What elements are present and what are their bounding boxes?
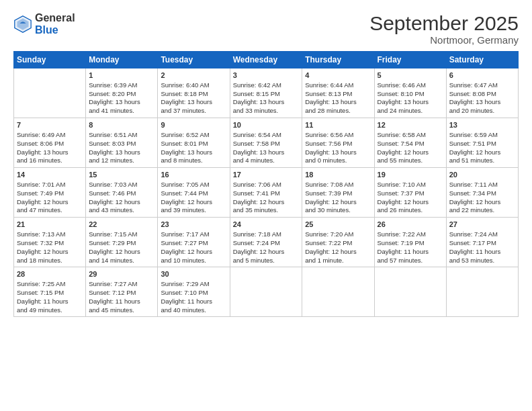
calendar-cell: 15Sunrise: 7:03 AMSunset: 7:46 PMDayligh… [86,168,158,218]
cell-line: Sunset: 7:27 PM [161,239,208,246]
cell-line: Daylight: 11 hours [449,248,501,255]
title-block: September 2025 Nortmoor, Germany [369,12,519,46]
day-number: 9 [161,120,226,130]
cell-line: Sunset: 8:15 PM [233,90,280,97]
cell-line: Sunrise: 6:52 AM [161,131,209,138]
col-tuesday: Tuesday [158,52,230,68]
cell-line: Daylight: 13 hours [161,148,212,156]
calendar-cell: 23Sunrise: 7:17 AMSunset: 7:27 PMDayligh… [158,218,230,267]
cell-line: Daylight: 12 hours [17,198,69,205]
calendar-cell: 16Sunrise: 7:05 AMSunset: 7:44 PMDayligh… [158,168,230,218]
cell-line: and 0 minutes. [305,156,347,164]
cell-content: 1Sunrise: 6:39 AMSunset: 8:20 PMDaylight… [89,71,154,116]
cell-content: 4Sunrise: 6:44 AMSunset: 8:13 PMDaylight… [305,71,371,116]
cell-content: 21Sunrise: 7:13 AMSunset: 7:32 PMDayligh… [17,220,83,265]
cell-line: and 40 minutes. [161,306,206,314]
day-number: 18 [305,170,371,180]
calendar-table: Sunday Monday Tuesday Wednesday Thursday… [13,51,519,317]
cell-line: Sunrise: 6:58 AM [378,131,426,138]
cell-content: 2Sunrise: 6:40 AMSunset: 8:18 PMDaylight… [161,71,226,116]
calendar-cell [230,267,302,317]
cell-content: 16Sunrise: 7:05 AMSunset: 7:44 PMDayligh… [161,170,226,215]
cell-line: Sunrise: 7:22 AM [378,230,426,238]
cell-line: Daylight: 13 hours [449,98,501,105]
day-number: 29 [89,269,154,279]
cell-content: 25Sunrise: 7:20 AMSunset: 7:22 PMDayligh… [305,220,371,265]
cell-line: Sunset: 7:56 PM [305,140,352,147]
cell-line: Sunrise: 6:49 AM [17,131,65,138]
cell-line: Sunset: 8:18 PM [161,90,208,97]
cell-line: Sunset: 7:41 PM [233,189,280,197]
cell-content: 11Sunrise: 6:56 AMSunset: 7:56 PMDayligh… [305,120,371,165]
cell-line: and 8 minutes. [161,156,202,164]
calendar-cell: 8Sunrise: 6:51 AMSunset: 8:03 PMDaylight… [86,118,158,168]
day-number: 6 [449,71,515,81]
col-thursday: Thursday [302,52,374,68]
cell-line: and 1 minute. [305,257,344,264]
cell-content: 10Sunrise: 6:54 AMSunset: 7:58 PMDayligh… [233,120,300,165]
day-number: 12 [378,120,443,130]
cell-line: and 51 minutes. [449,156,495,164]
cell-line: and 18 minutes. [17,257,62,264]
cell-line: Sunset: 7:58 PM [233,140,280,147]
cell-line: Sunrise: 6:47 AM [449,81,498,89]
calendar-cell: 14Sunrise: 7:01 AMSunset: 7:49 PMDayligh… [14,168,86,218]
day-number: 25 [305,220,371,230]
cell-line: and 4 minutes. [233,156,275,164]
cell-line: and 57 minutes. [378,257,423,264]
cell-line: Daylight: 13 hours [161,98,212,105]
cell-line: Daylight: 13 hours [89,148,140,156]
day-number: 30 [161,269,226,279]
logo-icon [13,15,32,34]
cell-line: Sunrise: 6:54 AM [233,131,281,138]
cell-content: 6Sunrise: 6:47 AMSunset: 8:08 PMDaylight… [449,71,515,116]
page: General Blue September 2025 Nortmoor, Ge… [0,0,532,411]
cell-line: Daylight: 12 hours [378,198,429,205]
calendar-week-row: 7Sunrise: 6:49 AMSunset: 8:06 PMDaylight… [14,118,519,168]
cell-content: 26Sunrise: 7:22 AMSunset: 7:19 PMDayligh… [378,220,443,265]
calendar-cell [14,68,86,118]
cell-content: 15Sunrise: 7:03 AMSunset: 7:46 PMDayligh… [89,170,154,215]
calendar-cell: 29Sunrise: 7:27 AMSunset: 7:12 PMDayligh… [86,267,158,317]
calendar-cell: 21Sunrise: 7:13 AMSunset: 7:32 PMDayligh… [14,218,86,267]
day-number: 21 [17,220,83,230]
cell-line: Sunrise: 7:03 AM [89,181,137,188]
day-number: 2 [161,71,226,81]
day-number: 4 [305,71,371,81]
cell-line: Sunrise: 7:27 AM [89,280,137,287]
cell-line: and 20 minutes. [449,107,495,114]
cell-line: and 55 minutes. [378,156,423,164]
cell-line: Sunset: 7:29 PM [89,239,136,246]
calendar-week-row: 14Sunrise: 7:01 AMSunset: 7:49 PMDayligh… [14,168,519,218]
day-number: 10 [233,120,300,130]
calendar-week-row: 28Sunrise: 7:25 AMSunset: 7:15 PMDayligh… [14,267,519,317]
calendar-cell: 28Sunrise: 7:25 AMSunset: 7:15 PMDayligh… [14,267,86,317]
cell-content: 3Sunrise: 6:42 AMSunset: 8:15 PMDaylight… [233,71,300,116]
cell-content: 29Sunrise: 7:27 AMSunset: 7:12 PMDayligh… [89,269,154,314]
logo-general-text: General [35,12,75,24]
cell-line: Sunset: 7:44 PM [161,189,208,197]
cell-line: Sunrise: 6:51 AM [89,131,137,138]
calendar-cell: 13Sunrise: 6:59 AMSunset: 7:51 PMDayligh… [446,118,518,168]
cell-content: 19Sunrise: 7:10 AMSunset: 7:37 PMDayligh… [378,170,443,215]
calendar-cell [302,267,374,317]
cell-line: and 47 minutes. [17,206,62,214]
day-number: 1 [89,71,154,81]
cell-line: Sunset: 7:17 PM [449,239,496,246]
logo-text: General Blue [35,12,75,36]
cell-line: and 26 minutes. [378,206,423,214]
cell-line: Daylight: 12 hours [233,198,285,205]
day-number: 24 [233,220,300,230]
cell-line: Daylight: 11 hours [17,298,69,305]
day-number: 16 [161,170,226,180]
col-monday: Monday [86,52,158,68]
cell-line: Sunrise: 7:15 AM [89,230,137,238]
cell-line: Daylight: 11 hours [161,298,212,305]
calendar-cell: 7Sunrise: 6:49 AMSunset: 8:06 PMDaylight… [14,118,86,168]
cell-line: Daylight: 13 hours [89,98,140,105]
calendar-cell: 11Sunrise: 6:56 AMSunset: 7:56 PMDayligh… [302,118,374,168]
cell-line: and 10 minutes. [161,257,206,264]
calendar-week-row: 1Sunrise: 6:39 AMSunset: 8:20 PMDaylight… [14,68,519,118]
header: General Blue September 2025 Nortmoor, Ge… [13,12,519,46]
cell-content: 14Sunrise: 7:01 AMSunset: 7:49 PMDayligh… [17,170,83,215]
